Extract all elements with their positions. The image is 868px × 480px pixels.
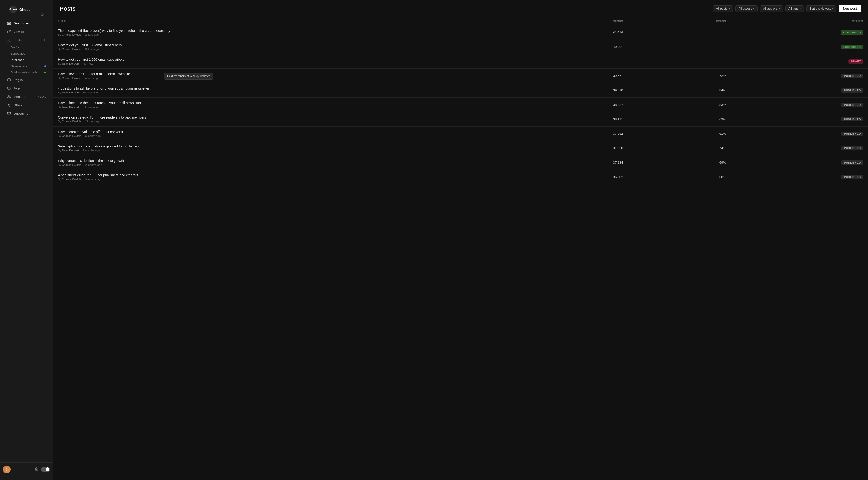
post-opens: 69% <box>628 112 731 127</box>
table-row[interactable]: How to get your first 100 email subscrib… <box>53 40 868 54</box>
table-row[interactable]: Subscription business metrics explained … <box>53 141 868 155</box>
view-site-icon <box>7 29 11 34</box>
table-row[interactable]: How to leverage SEO for a membership web… <box>53 69 868 83</box>
chevron-down-icon[interactable]: ⌄ <box>12 467 18 472</box>
main-content: Posts All posts ▾ All access ▾ All autho… <box>53 0 868 480</box>
svg-line-6 <box>9 30 10 32</box>
post-sends: 37,952 <box>525 127 628 141</box>
all-posts-filter[interactable]: All posts ▾ <box>713 5 733 12</box>
post-meta: By Talan Dorwart · 24 days ago <box>58 105 520 108</box>
avatar[interactable]: C <box>3 466 10 473</box>
post-meta: By Chance Dokidis · a week ago <box>58 76 520 79</box>
svg-point-18 <box>36 469 37 470</box>
table-row[interactable]: How to increase the open rates of your e… <box>53 98 868 112</box>
post-author: Chance Dokidis <box>62 33 82 36</box>
post-title: How to get your first 1,000 email subscr… <box>58 58 520 61</box>
table-row[interactable]: How to get your first 1,000 email subscr… <box>53 54 868 69</box>
post-author: Chance Dokidis <box>62 178 82 181</box>
svg-point-13 <box>8 104 8 104</box>
table-row[interactable]: Conversion strategy: Turn more readers i… <box>53 112 868 127</box>
sidebar-item-dashboard[interactable]: Dashboard <box>2 19 51 27</box>
post-opens: 61% <box>628 127 731 141</box>
status-badge: PUBLISHED <box>841 74 863 78</box>
table-row[interactable]: Why content distribution is the key to g… <box>53 155 868 170</box>
post-sends: 38,111 <box>525 112 628 127</box>
app-logo[interactable]: Ghost Ghost <box>5 4 34 18</box>
post-title-cell: How to get your first 1,000 email subscr… <box>53 54 525 69</box>
post-sends: 36,002 <box>525 170 628 184</box>
post-title-cell: How to create a valuable offer that conv… <box>53 127 525 141</box>
sidebar-item-members[interactable]: Members 41,040 <box>2 93 51 101</box>
ghost-pro-label: Ghost(Pro) <box>13 112 29 116</box>
post-status-cell: PUBLISHED <box>731 98 868 112</box>
post-status-cell: PUBLISHED <box>731 69 868 83</box>
post-meta: By Chance Dokidis · 2 days ago <box>58 33 520 36</box>
table-row[interactable]: How to create a valuable offer that conv… <box>53 127 868 141</box>
col-header-opens: OPENS <box>628 18 731 25</box>
settings-icon[interactable] <box>34 467 39 473</box>
view-site-label: View site <box>13 30 27 33</box>
sidebar-item-offers[interactable]: Offers <box>2 101 51 109</box>
post-author: Chance Dokidis <box>62 163 82 166</box>
post-title-cell: The unexpected (but proven) way to find … <box>53 25 525 40</box>
post-sends: 38,427 <box>525 98 628 112</box>
sidebar-item-ghost-pro[interactable]: Ghost(Pro) <box>2 109 51 118</box>
app-name: Ghost <box>19 7 30 11</box>
theme-toggle[interactable] <box>41 467 50 472</box>
scheduled-label: Scheduled <box>10 52 25 56</box>
sidebar-item-newsletters[interactable]: Newsletters <box>2 63 51 69</box>
sidebar-item-published[interactable]: Published <box>2 57 51 63</box>
status-badge: PUBLISHED <box>841 175 863 179</box>
sidebar-item-pages[interactable]: Pages <box>2 76 51 84</box>
members-icon <box>7 94 11 99</box>
post-age: a month ago <box>85 134 100 137</box>
new-post-button[interactable]: New post <box>839 5 861 12</box>
posts-add-icon[interactable] <box>43 38 46 42</box>
search-icon[interactable] <box>40 13 44 18</box>
sort-filter[interactable]: Sort by: Newest ▾ <box>806 5 836 12</box>
paid-members-dot <box>44 71 46 73</box>
sidebar-item-posts[interactable]: Posts <box>2 36 51 44</box>
svg-rect-5 <box>9 23 10 24</box>
table-row[interactable]: The unexpected (but proven) way to find … <box>53 25 868 40</box>
post-title: A beginner's guide to SEO for publishers… <box>58 173 520 177</box>
post-author: Talan Dorwart <box>62 91 79 94</box>
post-meta: By Chance Dokidis · 29 days ago <box>58 120 520 123</box>
post-title: 4 questions to ask before pricing your s… <box>58 87 520 90</box>
post-title: How to leverage SEO for a membership web… <box>58 72 520 76</box>
table-row[interactable]: A beginner's guide to SEO for publishers… <box>53 170 868 184</box>
sidebar-item-view-site[interactable]: View site <box>2 28 51 36</box>
members-count: 41,040 <box>38 95 46 98</box>
drafts-label: Drafts <box>10 45 19 49</box>
all-tags-filter[interactable]: All tags ▾ <box>785 5 804 12</box>
post-title: The unexpected (but proven) way to find … <box>58 29 520 33</box>
status-badge: PUBLISHED <box>841 146 863 150</box>
post-title: Conversion strategy: Turn more readers i… <box>58 116 520 119</box>
post-age: 3 days ago <box>85 48 99 51</box>
sidebar-item-paid-members[interactable]: Paid-members only <box>2 69 51 75</box>
published-label: Published <box>10 58 24 62</box>
all-access-filter[interactable]: All access ▾ <box>735 5 757 12</box>
all-authors-label: All authors <box>763 7 777 10</box>
pages-icon <box>7 77 11 82</box>
post-author: Chance Dokidis <box>62 48 82 51</box>
sidebar-item-drafts[interactable]: Drafts <box>2 44 51 51</box>
svg-rect-9 <box>7 78 10 81</box>
all-authors-filter[interactable]: All authors ▾ <box>760 5 783 12</box>
post-title: Subscription business metrics explained … <box>58 145 520 148</box>
post-title-cell: How to leverage SEO for a membership web… <box>53 69 525 83</box>
svg-point-11 <box>8 95 9 96</box>
post-sends: 40,961 <box>525 40 628 54</box>
post-age: 29 days ago <box>85 120 100 123</box>
avatar-initial: C <box>5 468 8 471</box>
sidebar-item-scheduled[interactable]: Scheduled <box>2 51 51 57</box>
sidebar-item-tags[interactable]: Tags <box>2 84 51 92</box>
post-age: 16 days ago <box>83 91 98 94</box>
post-sends: 39,671 <box>525 69 628 83</box>
post-meta: By Chance Dokidis · 2 months ago <box>58 163 520 166</box>
offers-label: Offers <box>13 103 23 107</box>
sidebar: Ghost Ghost Dashboard View site <box>0 0 53 480</box>
post-status-cell: PUBLISHED <box>731 112 868 127</box>
table-row[interactable]: 4 questions to ask before pricing your s… <box>53 83 868 98</box>
post-title: How to increase the open rates of your e… <box>58 101 520 105</box>
